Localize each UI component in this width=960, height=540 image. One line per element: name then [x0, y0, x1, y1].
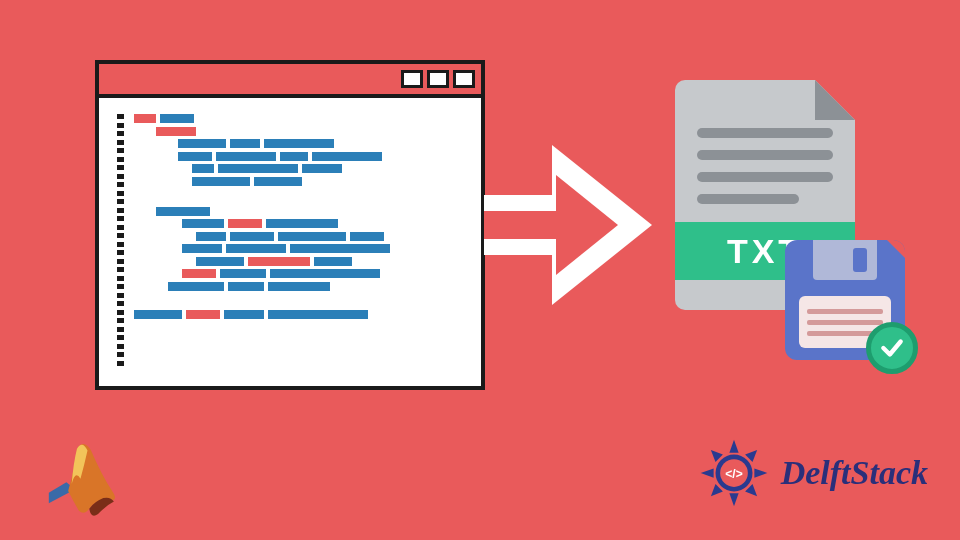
code-lines [134, 114, 463, 366]
code-window [95, 60, 485, 390]
window-button-icon [427, 70, 449, 88]
svg-text:</>: </> [725, 467, 742, 481]
window-button-icon [453, 70, 475, 88]
line-gutter [117, 114, 124, 366]
window-titlebar [99, 64, 481, 98]
delftstack-brand: </> DelftStack [697, 436, 928, 510]
window-button-icon [401, 70, 423, 88]
arrow-icon [484, 145, 664, 305]
delftstack-logo-icon: </> [697, 436, 771, 510]
success-check-icon [866, 322, 918, 374]
matlab-logo-icon [40, 440, 128, 520]
brand-name: DelftStack [781, 454, 928, 492]
code-body [99, 98, 481, 378]
